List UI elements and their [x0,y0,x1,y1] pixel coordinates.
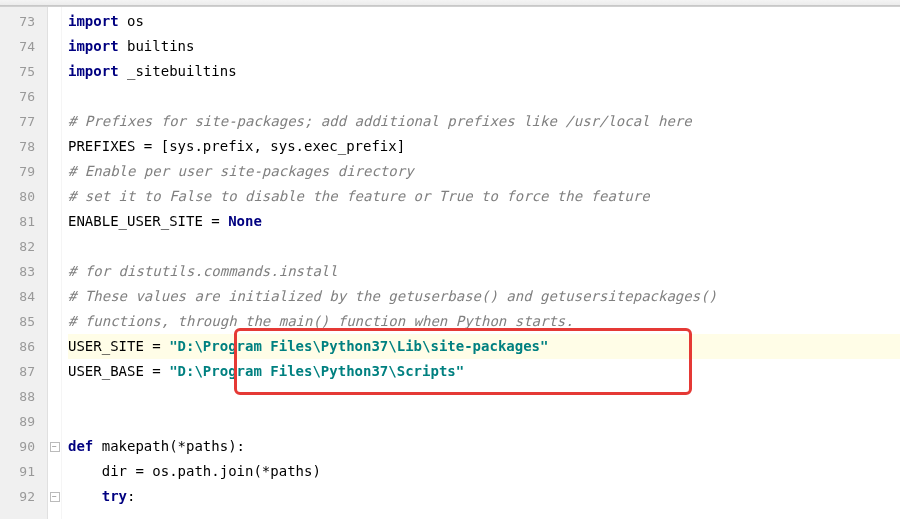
code-line[interactable]: ENABLE_USER_SITE = None [68,209,900,234]
line-number: 85 [0,309,47,334]
line-number: 73 [0,9,47,34]
line-number: 80 [0,184,47,209]
token-string: "D:\Program Files\Python37\Lib\site-pack… [169,338,548,354]
code-line[interactable]: import builtins [68,34,900,59]
line-number: 90 [0,434,47,459]
line-number: 86 [0,334,47,359]
fold-marker[interactable]: − [48,434,61,459]
fold-marker [48,309,61,334]
line-number: 81 [0,209,47,234]
fold-marker [48,259,61,284]
fold-marker [48,409,61,434]
code-line[interactable]: # Enable per user site-packages director… [68,159,900,184]
token-var: dir = os.path.join(*paths) [68,463,321,479]
line-number-gutter: 7374757677787980818283848586878889909192 [0,7,48,519]
line-number: 76 [0,84,47,109]
code-line[interactable]: try: [68,484,900,509]
token-kw: try [102,488,127,504]
fold-marker [48,384,61,409]
token-var: os [119,13,144,29]
token-comment: # set it to False to disable the feature… [68,188,650,204]
token-var [68,488,102,504]
code-line[interactable]: # for distutils.commands.install [68,259,900,284]
fold-marker [48,234,61,259]
code-line[interactable]: # These values are initialized by the ge… [68,284,900,309]
code-line[interactable] [68,84,900,109]
token-var: : [127,488,135,504]
token-kw: import [68,13,119,29]
line-number: 77 [0,109,47,134]
line-number: 74 [0,34,47,59]
token-kw: import [68,63,119,79]
code-area[interactable]: import osimport builtinsimport _sitebuil… [62,7,900,519]
fold-marker [48,184,61,209]
line-number: 87 [0,359,47,384]
fold-marker [48,59,61,84]
line-number: 83 [0,259,47,284]
code-editor[interactable]: 7374757677787980818283848586878889909192… [0,6,900,519]
token-var: _sitebuiltins [119,63,237,79]
token-comment: # functions, through the main() function… [68,313,574,329]
token-comment: # Enable per user site-packages director… [68,163,414,179]
fold-minus-icon[interactable]: − [50,492,60,502]
fold-marker [48,334,61,359]
token-none-val: None [228,213,262,229]
fold-marker [48,209,61,234]
token-var: USER_SITE = [68,338,169,354]
fold-marker [48,109,61,134]
token-comment: # These values are initialized by the ge… [68,288,717,304]
fold-marker [48,284,61,309]
token-var: USER_BASE = [68,363,169,379]
fold-marker [48,9,61,34]
line-number: 88 [0,384,47,409]
line-number: 89 [0,409,47,434]
code-line[interactable]: USER_SITE = "D:\Program Files\Python37\L… [68,334,900,359]
code-line[interactable]: # functions, through the main() function… [68,309,900,334]
code-line[interactable]: def makepath(*paths): [68,434,900,459]
token-var: makepath(*paths): [102,438,245,454]
code-line[interactable]: # set it to False to disable the feature… [68,184,900,209]
code-line[interactable] [68,409,900,434]
code-line[interactable]: # Prefixes for site-packages; add additi… [68,109,900,134]
line-number: 75 [0,59,47,84]
token-var: builtins [119,38,195,54]
fold-marker [48,84,61,109]
line-number: 79 [0,159,47,184]
code-line[interactable] [68,384,900,409]
line-number: 84 [0,284,47,309]
token-var: ENABLE_USER_SITE = [68,213,228,229]
line-number: 82 [0,234,47,259]
fold-marker [48,34,61,59]
token-string: "D:\Program Files\Python37\Scripts" [169,363,464,379]
fold-marker [48,134,61,159]
token-comment: # for distutils.commands.install [68,263,338,279]
fold-minus-icon[interactable]: − [50,442,60,452]
fold-marker[interactable]: − [48,484,61,509]
code-line[interactable] [68,234,900,259]
token-kw: import [68,38,119,54]
code-line[interactable]: dir = os.path.join(*paths) [68,459,900,484]
code-line[interactable]: import _sitebuiltins [68,59,900,84]
fold-marker [48,359,61,384]
token-var: PREFIXES = [sys.prefix, sys.exec_prefix] [68,138,405,154]
code-line[interactable]: import os [68,9,900,34]
fold-marker [48,459,61,484]
line-number: 92 [0,484,47,509]
code-line[interactable]: USER_BASE = "D:\Program Files\Python37\S… [68,359,900,384]
token-comment: # Prefixes for site-packages; add additi… [68,113,692,129]
token-kw: def [68,438,102,454]
fold-marker [48,159,61,184]
fold-gutter: −− [48,7,62,519]
line-number: 78 [0,134,47,159]
code-line[interactable]: PREFIXES = [sys.prefix, sys.exec_prefix] [68,134,900,159]
line-number: 91 [0,459,47,484]
